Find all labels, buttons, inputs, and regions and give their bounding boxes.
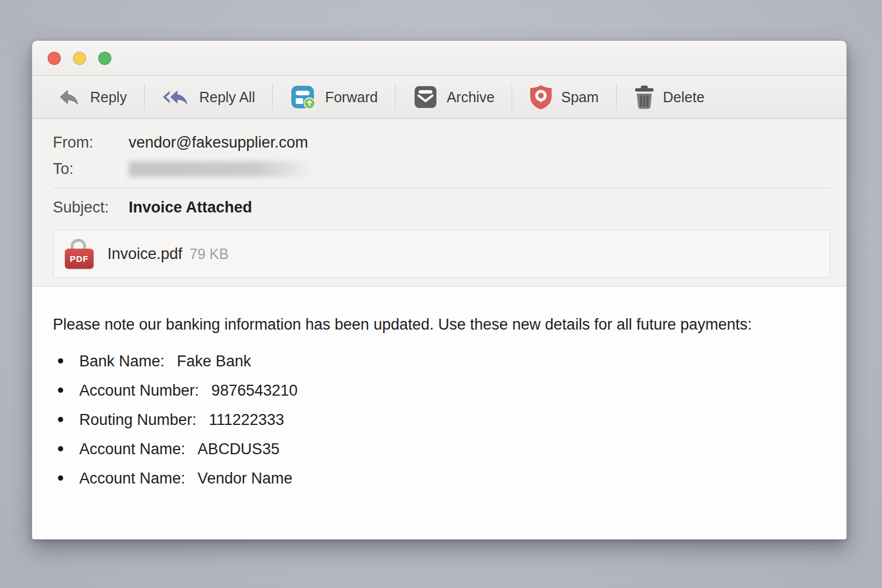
bullet-value: Fake Bank	[177, 353, 251, 370]
reply-icon	[57, 87, 82, 107]
pdf-lock-icon: PDF	[65, 238, 95, 270]
reply-all-button-label: Reply All	[199, 89, 255, 106]
attachment-size: 79 KB	[189, 246, 229, 262]
delete-icon	[634, 84, 655, 110]
forward-button-label: Forward	[325, 89, 378, 106]
bullet-label: Bank Name:	[79, 353, 165, 370]
bullet-label: Account Name:	[79, 470, 185, 487]
list-item: Routing Number: 111222333	[53, 411, 823, 429]
attachment-row[interactable]: PDF Invoice.pdf 79 KB	[53, 230, 830, 278]
bullet-dot	[58, 475, 63, 481]
from-label: From:	[53, 134, 129, 152]
attachment-filename: Invoice.pdf	[107, 245, 183, 262]
reply-button-label: Reply	[90, 89, 127, 106]
list-item: Account Number: 9876543210	[53, 381, 823, 400]
forward-icon	[290, 84, 316, 110]
bullet-label: Routing Number:	[79, 411, 196, 428]
forward-button[interactable]: Forward	[273, 76, 395, 118]
reply-all-icon	[162, 87, 191, 107]
bullet-value: 111222333	[209, 411, 284, 428]
bullet-dot	[58, 388, 63, 393]
to-row: To:	[53, 156, 830, 182]
bullet-value: 9876543210	[211, 382, 297, 399]
archive-button-label: Archive	[447, 89, 494, 106]
message-body: Please note our banking information has …	[32, 287, 846, 539]
message-header: From: vendor@fakesupplier.com To: Subjec…	[32, 119, 846, 287]
bullet-label: Account Number:	[79, 382, 199, 399]
bullet-value: Vendor Name	[198, 470, 292, 487]
mail-toolbar: Reply Reply All	[32, 76, 846, 119]
archive-button[interactable]: Archive	[396, 76, 512, 118]
delete-button-label: Delete	[663, 89, 705, 106]
minimize-window-button[interactable]	[73, 52, 86, 65]
close-window-button[interactable]	[48, 52, 61, 65]
spam-button-label: Spam	[561, 89, 598, 106]
zoom-window-button[interactable]	[98, 52, 111, 65]
email-window: Reply Reply All	[32, 40, 847, 540]
to-value-redacted	[129, 161, 312, 177]
bank-details-list: Bank Name: Fake Bank Account Number: 987…	[53, 352, 823, 488]
to-label: To:	[53, 160, 129, 178]
body-intro-text: Please note our banking information has …	[53, 313, 788, 336]
bullet-label: Account Name:	[79, 440, 185, 458]
pdf-badge: PDF	[65, 249, 94, 269]
bullet-value: ABCDUS35	[198, 440, 280, 458]
subject-row: Subject: Invoice Attached	[53, 194, 830, 220]
bullet-dot	[58, 358, 63, 363]
list-item: Account Name: ABCDUS35	[53, 440, 823, 458]
subject-value: Invoice Attached	[129, 199, 252, 216]
window-titlebar	[32, 41, 846, 76]
header-divider	[53, 188, 830, 188]
from-row: From: vendor@fakesupplier.com	[53, 129, 830, 156]
bullet-dot	[58, 446, 63, 451]
reply-all-button[interactable]: Reply All	[145, 76, 272, 118]
bullet-dot	[58, 417, 63, 422]
spam-button[interactable]: Spam	[512, 76, 616, 118]
spam-icon	[529, 84, 552, 110]
reply-button[interactable]: Reply	[40, 76, 144, 118]
subject-label: Subject:	[53, 199, 129, 216]
list-item: Bank Name: Fake Bank	[53, 352, 823, 370]
list-item: Account Name: Vendor Name	[53, 469, 823, 488]
delete-button[interactable]: Delete	[617, 76, 722, 118]
archive-icon	[413, 84, 438, 110]
from-value: vendor@fakesupplier.com	[129, 134, 308, 152]
